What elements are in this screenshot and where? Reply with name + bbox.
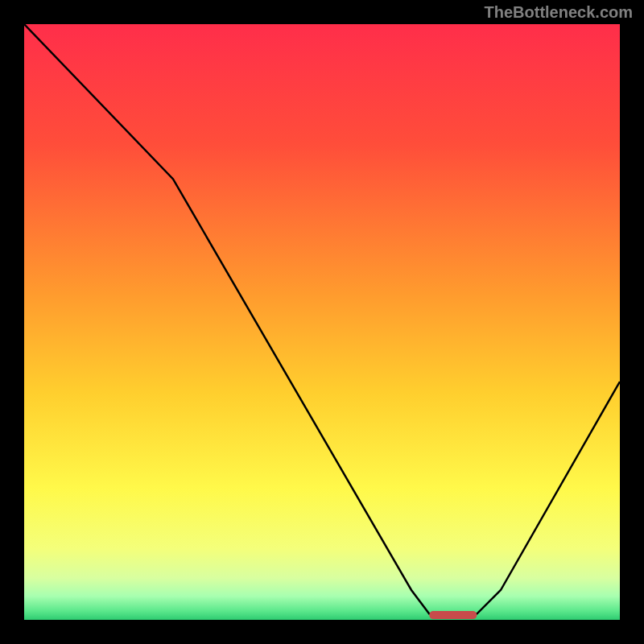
gradient-background (24, 24, 620, 620)
watermark-text: TheBottleneck.com (485, 3, 633, 22)
chart-plot-area (24, 24, 620, 620)
bottleneck-chart (24, 24, 620, 620)
optimal-zone-marker (429, 611, 477, 619)
